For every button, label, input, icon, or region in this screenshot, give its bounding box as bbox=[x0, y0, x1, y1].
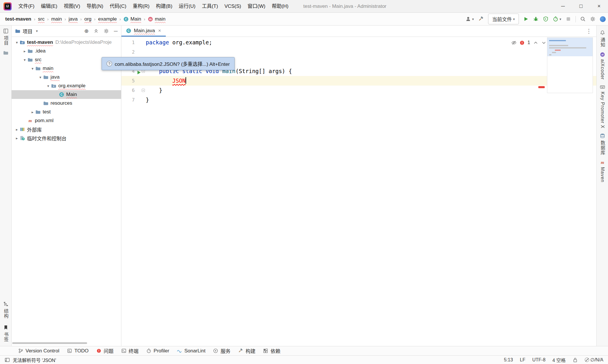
line-separator[interactable]: LF bbox=[520, 357, 526, 363]
minimap[interactable] bbox=[547, 37, 593, 93]
tool-tab-数据库[interactable]: 数据库 bbox=[599, 133, 606, 155]
read-only-lock-icon[interactable] bbox=[573, 357, 578, 363]
tool-tab-Maven[interactable]: mMaven bbox=[600, 160, 605, 182]
chevron-down-icon[interactable]: ▾ bbox=[45, 84, 51, 88]
file-encoding[interactable]: UTF-8 bbox=[532, 357, 545, 363]
ide-status-icon[interactable] bbox=[600, 16, 606, 22]
tree-item-test[interactable]: ▸test bbox=[12, 108, 121, 116]
chevron-down-icon[interactable]: ▾ bbox=[14, 40, 20, 45]
prev-error-chevron-up-icon[interactable] bbox=[533, 40, 538, 45]
chevron-down-icon[interactable]: ▾ bbox=[36, 29, 38, 33]
toolwindow-tab-build[interactable]: 构建 bbox=[238, 347, 256, 354]
chevron-down-icon[interactable]: ▾ bbox=[30, 66, 35, 71]
fold-marker-icon[interactable] bbox=[142, 89, 145, 92]
tool-tab-通知[interactable]: 通知 bbox=[599, 30, 606, 47]
build-hammer-icon[interactable] bbox=[478, 16, 484, 22]
breadcrumb-item-main[interactable]: mmain bbox=[148, 16, 166, 22]
menu-item[interactable]: 导航(N) bbox=[83, 0, 107, 12]
tree-item-java[interactable]: ▾java bbox=[12, 73, 121, 82]
panel-settings-gear-icon[interactable] bbox=[104, 28, 109, 34]
run-button[interactable] bbox=[523, 16, 529, 22]
error-stripe-mark[interactable] bbox=[538, 86, 545, 88]
tool-tab-Key Promoter X[interactable]: Key Promoter X bbox=[600, 84, 605, 128]
chevron-right-icon[interactable]: ▸ bbox=[22, 49, 28, 53]
tree-item-临时文件和控制台[interactable]: ▸临时文件和控制台 bbox=[12, 134, 121, 142]
debug-button[interactable] bbox=[533, 16, 539, 22]
tree-item-pom.xml[interactable]: mpom.xml bbox=[12, 116, 121, 125]
tree-item-test-maven[interactable]: ▾test-mavenD:\IdeaProjects\IdeaProje bbox=[12, 38, 121, 47]
code-line-5[interactable]: 5 JSON bbox=[121, 76, 596, 86]
toolwindow-tab-services[interactable]: 服务 bbox=[213, 347, 231, 354]
toolwindow-tab-dependencies[interactable]: 依赖 bbox=[263, 347, 280, 354]
breadcrumb-item-example[interactable]: example bbox=[98, 16, 117, 22]
tree-item-org.example[interactable]: ▾org.example bbox=[12, 82, 121, 90]
breadcrumb-item-test-maven[interactable]: test-maven bbox=[5, 16, 31, 22]
horizontal-scrollbar[interactable] bbox=[12, 342, 87, 344]
project-panel-title[interactable]: 项目 bbox=[23, 28, 33, 35]
tree-item-外部库[interactable]: ▸外部库 bbox=[12, 125, 121, 134]
toolwindow-toggle-icon[interactable] bbox=[5, 357, 10, 363]
menu-item[interactable]: 构建(B) bbox=[153, 0, 176, 12]
memory-indicator[interactable]: ∅/N/A bbox=[585, 357, 603, 363]
maximize-button[interactable]: □ bbox=[572, 0, 590, 12]
tree-item-Main[interactable]: CMain bbox=[12, 90, 121, 99]
tool-tab-书签[interactable]: 书签 bbox=[2, 325, 9, 342]
tool-tab-结构[interactable]: 结构 bbox=[2, 301, 9, 318]
code-line-2[interactable]: 2 bbox=[121, 47, 596, 57]
menu-item[interactable]: 工具(T) bbox=[199, 0, 221, 12]
code-line-7[interactable]: 7} bbox=[121, 95, 596, 105]
settings-gear-icon[interactable] bbox=[590, 16, 596, 22]
caret-position[interactable]: 5:13 bbox=[504, 357, 513, 363]
menu-item[interactable]: 运行(U) bbox=[176, 0, 199, 12]
collapse-all-icon[interactable] bbox=[93, 28, 99, 34]
run-with-coverage-button[interactable] bbox=[543, 16, 548, 22]
locate-file-icon[interactable]: ⊕ bbox=[84, 28, 89, 34]
toolwindow-tab-terminal[interactable]: 终端 bbox=[121, 347, 138, 354]
breadcrumb-item-main[interactable]: main bbox=[51, 16, 62, 22]
tree-item-.idea[interactable]: ▸.idea bbox=[12, 47, 121, 55]
folder-tool-icon[interactable] bbox=[3, 50, 8, 55]
breadcrumb-item-Main[interactable]: CMain bbox=[123, 16, 141, 22]
menu-item[interactable]: 窗口(W) bbox=[244, 0, 269, 12]
tree-item-resources[interactable]: resources bbox=[12, 99, 121, 108]
tool-tab-aiXcoder[interactable]: aiaiXcoder bbox=[600, 52, 605, 80]
menu-item[interactable]: 帮助(H) bbox=[269, 0, 292, 12]
next-error-chevron-down-icon[interactable] bbox=[541, 40, 546, 45]
tab-options-kebab-icon[interactable]: ⋮ bbox=[586, 28, 592, 35]
toolwindow-tab-branch[interactable]: Version Control bbox=[18, 348, 59, 354]
chevron-right-icon[interactable]: ▸ bbox=[30, 110, 35, 114]
highlighting-off-eye-icon[interactable] bbox=[511, 40, 517, 45]
toolwindow-tab-sonarlint[interactable]: SonarLint bbox=[177, 348, 206, 354]
menu-item[interactable]: 文件(F) bbox=[15, 0, 38, 12]
menu-item[interactable]: 代码(C) bbox=[107, 0, 130, 12]
tab-main-java[interactable]: C Main.java × bbox=[121, 26, 166, 37]
code-line-6[interactable]: 6 } bbox=[121, 86, 596, 95]
breadcrumb-item-java[interactable]: java bbox=[69, 16, 78, 22]
indent-style[interactable]: 4 空格 bbox=[553, 356, 566, 363]
code-editor[interactable]: 1package org.example;23public class Main… bbox=[121, 37, 596, 346]
search-everywhere-icon[interactable] bbox=[580, 16, 586, 22]
run-configuration-select[interactable]: 当前文件 ▾ bbox=[488, 14, 519, 24]
chevron-down-icon[interactable]: ▾ bbox=[22, 58, 28, 62]
close-button[interactable]: × bbox=[590, 0, 608, 12]
minimize-button[interactable]: ─ bbox=[554, 0, 572, 12]
tool-tab-project[interactable]: 项目 bbox=[2, 28, 9, 46]
chevron-down-icon[interactable]: ▾ bbox=[37, 75, 43, 79]
hide-panel-icon[interactable]: ─ bbox=[114, 28, 118, 34]
breadcrumb-item-src[interactable]: src bbox=[38, 16, 45, 22]
breadcrumb-item-org[interactable]: org bbox=[84, 16, 91, 22]
menu-item[interactable]: 编辑(E) bbox=[38, 0, 61, 12]
chevron-right-icon[interactable]: ▸ bbox=[14, 127, 20, 132]
inspection-widget[interactable]: 1 bbox=[511, 40, 546, 46]
chevron-right-icon[interactable]: ▸ bbox=[14, 136, 20, 140]
toolwindow-tab-todo[interactable]: TODO bbox=[67, 348, 89, 354]
profiler-button[interactable]: ▾ bbox=[553, 16, 561, 22]
user-account-icon[interactable]: ▾ bbox=[465, 16, 474, 22]
menu-item[interactable]: 重构(R) bbox=[129, 0, 153, 12]
close-tab-icon[interactable]: × bbox=[158, 28, 161, 34]
import-suggestion-tooltip[interactable]: ? com.alibaba.fastjson2.JSON? (多重选择...) … bbox=[102, 57, 235, 70]
toolwindow-tab-profiler[interactable]: Profiler bbox=[146, 348, 169, 354]
menu-item[interactable]: VCS(S) bbox=[221, 0, 244, 12]
toolwindow-tab-problems[interactable]: 问题 bbox=[96, 347, 114, 354]
menu-item[interactable]: 视图(V) bbox=[60, 0, 83, 12]
